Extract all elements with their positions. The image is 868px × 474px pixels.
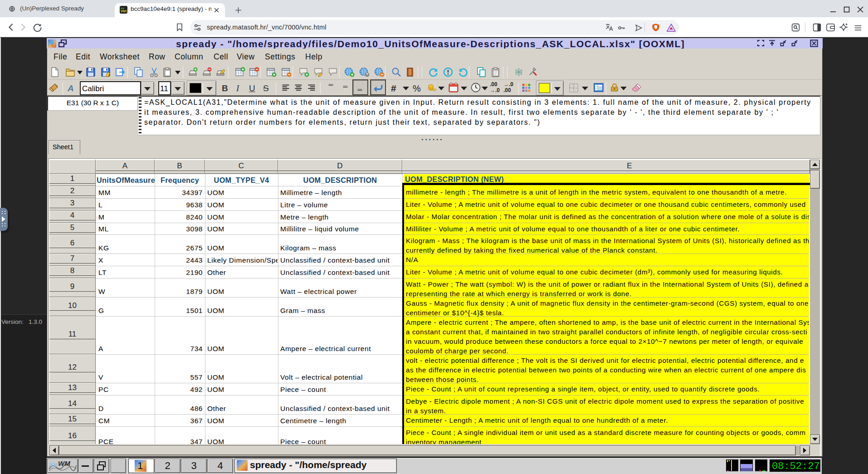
svg-text:Ice: Ice	[49, 461, 58, 468]
svg-text:WM: WM	[58, 460, 70, 467]
